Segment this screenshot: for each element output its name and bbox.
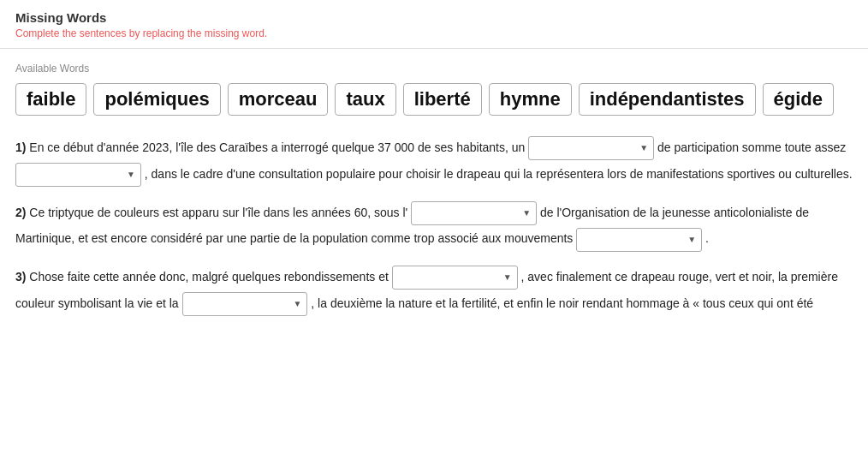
dropdown-1b-arrow: ▼ xyxy=(127,165,135,184)
sentence-1-number: 1) xyxy=(15,140,26,154)
sentence-2-part-1: Ce triptyque de couleurs est apparu sur … xyxy=(29,206,411,219)
sentences-container: 1) En ce début d'année 2023, l'île des C… xyxy=(15,134,853,317)
sentence-1-text: 1) En ce début d'année 2023, l'île des C… xyxy=(15,140,853,181)
sentence-1: 1) En ce début d'année 2023, l'île des C… xyxy=(15,134,853,188)
sentence-3-number: 3) xyxy=(15,270,26,284)
word-chip[interactable]: morceau xyxy=(228,83,329,116)
dropdown-3b[interactable]: faiblepolémiquesmorceautauxlibertéhymnei… xyxy=(182,292,308,316)
word-chip[interactable]: liberté xyxy=(403,83,482,116)
dropdown-1a[interactable]: faiblepolémiquesmorceautauxlibertéhymnei… xyxy=(528,136,654,160)
word-chip[interactable]: faible xyxy=(15,83,86,116)
dropdown-2a-select[interactable]: faiblepolémiquesmorceautauxlibertéhymnei… xyxy=(419,206,519,219)
dropdown-3a[interactable]: faiblepolémiquesmorceautauxlibertéhymnei… xyxy=(392,266,518,290)
word-chip[interactable]: indépendantistes xyxy=(579,83,756,116)
dropdown-3a-select[interactable]: faiblepolémiquesmorceautauxlibertéhymnei… xyxy=(400,272,500,284)
dropdown-2a[interactable]: faiblepolémiquesmorceautauxlibertéhymnei… xyxy=(411,201,537,225)
sentence-3-part-3: , la deuxième la nature et la fertilité,… xyxy=(311,296,813,310)
dropdown-1b-select[interactable]: faiblepolémiquesmorceautauxlibertéhymnei… xyxy=(23,169,123,182)
available-words-label: Available Words xyxy=(15,63,853,75)
sentence-2: 2) Ce triptyque de couleurs est apparu s… xyxy=(15,200,853,253)
page-title: Missing Words xyxy=(15,10,853,25)
word-chip[interactable]: hymne xyxy=(489,83,572,116)
dropdown-2a-arrow: ▼ xyxy=(522,204,531,223)
sentence-1-part-2: de participation somme toute assez xyxy=(657,140,846,154)
sentence-1-part-1: En ce début d'année 2023, l'île des Cara… xyxy=(29,140,528,154)
dropdown-2b-arrow: ▼ xyxy=(687,230,696,249)
sentence-2-number: 2) xyxy=(15,206,26,219)
dropdown-3a-arrow: ▼ xyxy=(503,268,512,287)
sentence-3-part-1: Chose faite cette année donc, malgré que… xyxy=(29,270,391,284)
sentence-3-text: 3) Chose faite cette année donc, malgré … xyxy=(15,270,838,310)
dropdown-3b-select[interactable]: faiblepolémiquesmorceautauxlibertéhymnei… xyxy=(190,298,290,311)
dropdown-2b-select[interactable]: faiblepolémiquesmorceautauxlibertéhymnei… xyxy=(584,233,684,246)
sentence-3: 3) Chose faite cette année donc, malgré … xyxy=(15,264,853,317)
page-subtitle: Complete the sentences by replacing the … xyxy=(15,27,853,39)
page-header: Missing Words Complete the sentences by … xyxy=(0,0,868,49)
dropdown-3b-arrow: ▼ xyxy=(294,295,302,314)
word-chip[interactable]: égide xyxy=(763,83,834,116)
word-chip[interactable]: polémiques xyxy=(93,83,220,116)
sentence-1-part-3: , dans le cadre d'une consultation popul… xyxy=(145,167,853,181)
word-bank: faiblepolémiquesmorceautauxlibertéhymnei… xyxy=(15,83,853,116)
dropdown-2b[interactable]: faiblepolémiquesmorceautauxlibertéhymnei… xyxy=(576,228,702,252)
sentence-2-text: 2) Ce triptyque de couleurs est apparu s… xyxy=(15,206,809,246)
main-content: Available Words faiblepolémiquesmorceaut… xyxy=(0,49,868,343)
word-chip[interactable]: taux xyxy=(335,83,395,116)
sentence-2-part-3: . xyxy=(705,231,709,245)
dropdown-1a-select[interactable]: faiblepolémiquesmorceautauxlibertéhymnei… xyxy=(536,142,636,155)
dropdown-1b[interactable]: faiblepolémiquesmorceautauxlibertéhymnei… xyxy=(15,163,141,187)
dropdown-1a-arrow: ▼ xyxy=(639,139,648,158)
